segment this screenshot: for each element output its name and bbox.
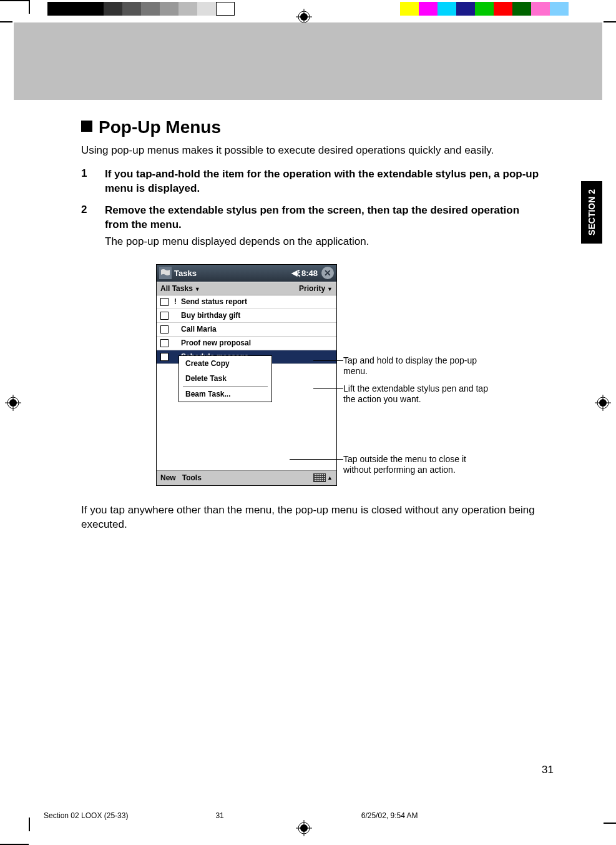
bottom-new[interactable]: New (160, 473, 176, 482)
speaker-icon[interactable]: ◀ξ (291, 269, 300, 277)
register-mark-icon (5, 395, 21, 411)
crop-mark (0, 0, 29, 1)
filter-right[interactable]: Priority▼ (299, 284, 333, 293)
register-mark-icon (595, 395, 611, 411)
page-heading: Pop-Up Menus (81, 117, 543, 137)
filter-bar: All Tasks▼ Priority▼ (157, 282, 336, 295)
square-bullet-icon (81, 121, 92, 132)
step-2: 2 Remove the extendable stylus pen from … (81, 204, 543, 249)
pda-screenshot: Tasks ◀ξ 8:48 ✕ All Tasks▼ Priority▼ ! S… (156, 264, 337, 486)
bottom-tools[interactable]: Tools (182, 473, 202, 482)
callout-2: Lift the extendable stylus pen and tap t… (343, 383, 493, 405)
titlebar: Tasks ◀ξ 8:48 ✕ (157, 265, 336, 282)
up-triangle-icon: ▲ (327, 475, 333, 481)
step-text-bold: If you tap-and-hold the item for the ope… (105, 167, 543, 196)
header-band (14, 22, 602, 100)
task-label: Send status report (181, 297, 247, 306)
checkbox-icon[interactable] (160, 339, 169, 347)
section-tab-label: SECTION 2 (587, 189, 597, 235)
section-tab: SECTION 2 (581, 181, 602, 244)
callout-text: Lift the extendable stylus pen and tap t… (343, 383, 488, 405)
checkbox-icon[interactable] (160, 325, 169, 334)
task-label: Call Maria (181, 325, 217, 334)
step-number: 2 (81, 204, 92, 249)
step-text-plain: The pop-up menu displayed depends on the… (105, 235, 543, 249)
callout-line (290, 459, 343, 460)
crop-mark (29, 818, 30, 831)
callout-line (313, 388, 343, 389)
task-row[interactable]: Buy birthday gift (157, 309, 336, 323)
dropdown-icon: ▼ (327, 286, 333, 292)
filter-right-label: Priority (299, 284, 325, 293)
step-number: 1 (81, 167, 92, 196)
popup-item-delete-task[interactable]: Delete Task (179, 371, 271, 386)
footer-right: 6/25/02, 9:54 AM (361, 811, 418, 820)
crop-mark (29, 0, 30, 14)
checkbox-icon[interactable] (160, 298, 169, 306)
crop-mark (604, 21, 616, 22)
callout-text: Tap and hold to display the pop-up menu. (343, 355, 477, 377)
footer-mid: 31 (215, 811, 223, 820)
task-label: Buy birthday gift (181, 311, 240, 320)
task-row[interactable]: Proof new proposal (157, 337, 336, 350)
color-bar-colors (400, 2, 569, 16)
callouts: Tap and hold to display the pop-up menu.… (343, 264, 493, 486)
callout-text: Tap outside the menu to close it without… (343, 454, 466, 475)
footer-left: Section 02 LOOX (25-33) (44, 811, 128, 820)
task-row[interactable]: ! Send status report (157, 295, 336, 309)
crop-mark (604, 823, 616, 824)
step-text-bold: Remove the extendable stylus pen from th… (105, 204, 543, 232)
checkbox-icon[interactable] (160, 312, 169, 320)
callout-3: Tap outside the menu to close it without… (343, 454, 493, 476)
filter-left-label: All Tasks (160, 284, 193, 293)
close-icon[interactable]: ✕ (321, 267, 334, 279)
app-title: Tasks (174, 269, 197, 278)
filter-left[interactable]: All Tasks▼ (160, 284, 200, 293)
callout-1: Tap and hold to display the pop-up menu. (343, 355, 493, 377)
crop-mark (0, 21, 12, 22)
intro-paragraph: Using pop-up menus makes it possible to … (81, 144, 543, 157)
closing-paragraph: If you tap anywhere other than the menu,… (81, 503, 543, 532)
color-bar-grayscale (47, 2, 235, 16)
task-list: ! Send status report Buy birthday gift C… (157, 295, 336, 364)
keyboard-icon (313, 473, 326, 482)
popup-menu: Create Copy Delete Task Beam Task... (178, 355, 272, 402)
keyboard-toggle[interactable]: ▲ (313, 473, 333, 482)
register-mark-icon (296, 820, 312, 836)
print-footer: Section 02 LOOX (25-33) 31 6/25/02, 9:54… (44, 811, 572, 820)
popup-item-create-copy[interactable]: Create Copy (179, 356, 271, 371)
start-flag-icon[interactable] (159, 267, 172, 279)
clock-time: 8:48 (301, 269, 318, 278)
checkbox-icon[interactable] (160, 353, 169, 361)
step-1: 1 If you tap-and-hold the item for the o… (81, 167, 543, 196)
callout-line (313, 360, 343, 361)
page-number: 31 (542, 764, 554, 776)
task-row[interactable]: Call Maria (157, 323, 336, 337)
heading-text: Pop-Up Menus (99, 117, 221, 137)
dropdown-icon: ▼ (195, 286, 200, 292)
bottom-bar: New Tools ▲ (157, 470, 336, 485)
task-label: Proof new proposal (181, 338, 251, 347)
popup-item-beam-task[interactable]: Beam Task... (179, 387, 271, 402)
priority-icon: ! (172, 297, 178, 306)
